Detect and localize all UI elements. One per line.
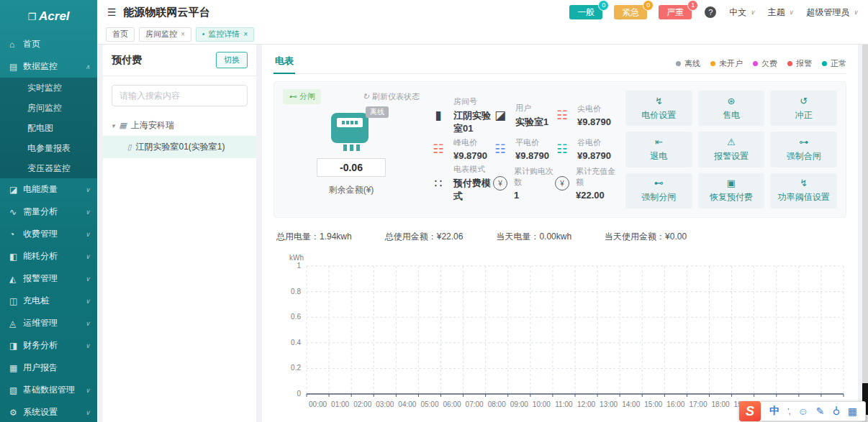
language-dropdown[interactable]: 中文 ∨	[729, 6, 755, 19]
sidebar-item-label: 运维管理	[23, 317, 85, 329]
sidebar-item-user-report[interactable]: ▦用户报告	[0, 357, 97, 379]
alarm-setting-icon: ⚠	[727, 137, 736, 147]
switch-open-tag[interactable]: ⊷ 分闸	[283, 89, 321, 104]
sidebar-item-charging-pile[interactable]: ◫充电桩∨	[0, 290, 97, 312]
sidebar-item-basic-data-management[interactable]: ▧基础数据管理∨	[0, 379, 97, 401]
sidebar: ❐ Acrel ⌂首页▤数据监控∧实时监控房间监控配电图电参量报表变压器监控◪电…	[0, 0, 97, 422]
force-open-switch-icon: ⊷	[654, 178, 664, 188]
tree-node-item[interactable]: ▯ 江阴实验室01(实验室1)	[103, 136, 256, 158]
sidebar-item-ops-management[interactable]: ◬运维管理∨	[0, 312, 97, 334]
theme-dropdown[interactable]: 主题 ∨	[768, 6, 794, 19]
refresh-meter-status[interactable]: ↻ 刷新仪表状态	[363, 91, 420, 102]
chevron-down-icon: ∨	[85, 409, 90, 416]
info-text: 电表模式预付费模式	[453, 164, 492, 203]
sidebar-subitem-room-monitoring[interactable]: 房间监控	[0, 98, 97, 118]
sidebar-item-home[interactable]: ⌂首页	[0, 33, 97, 55]
sidebar-item-label: 首页	[23, 38, 90, 50]
chevron-down-icon: ∨	[85, 186, 90, 193]
chevron-down-icon: ∨	[85, 387, 90, 394]
svg-text:0.8: 0.8	[291, 288, 301, 295]
svg-text:0.6: 0.6	[291, 313, 301, 321]
alarm-button-general[interactable]: 一般0	[569, 5, 602, 19]
sidebar-item-alarm-management[interactable]: ◭报警管理∨	[0, 267, 97, 290]
sidebar-item-fee-management[interactable]: ◔收费管理∨	[0, 223, 97, 245]
action-label: 恢复预付费	[710, 191, 753, 203]
ime-emoji-icon[interactable]: ☺	[797, 405, 808, 417]
search-input[interactable]	[112, 85, 248, 106]
chevron-down-icon: ∨	[789, 9, 794, 16]
sidebar-item-system-settings[interactable]: ⚙系统设置∨	[0, 401, 97, 422]
reversal-button[interactable]: ↺冲正	[770, 91, 837, 126]
svg-text:07:00: 07:00	[466, 400, 484, 408]
switch-button[interactable]: 切换	[216, 52, 248, 68]
sidebar-subitem-label: 电参量报表	[27, 142, 90, 155]
refund-power-button[interactable]: ⇤退电	[625, 132, 692, 167]
ime-pen-icon[interactable]: ✎	[816, 405, 825, 417]
collapse-menu-icon[interactable]: ☰	[107, 6, 117, 18]
breadcrumb-tab[interactable]: 首页	[106, 27, 135, 42]
breadcrumb-tab[interactable]: •监控详情×	[196, 27, 254, 42]
force-open-switch-button[interactable]: ⊷强制分闸	[625, 173, 692, 208]
breadcrumb-tab[interactable]: 房间监控×	[139, 27, 191, 42]
ime-mic-icon[interactable]: ⚲	[833, 405, 840, 417]
info-value: 江阴实验室01	[453, 109, 492, 135]
restore-prepaid-icon: ▣	[727, 178, 736, 188]
info-text: 累计购电次数1	[514, 166, 553, 201]
alarm-button-urgent[interactable]: 紧急0	[614, 5, 647, 19]
sidebar-subitem-electric-param-report[interactable]: 电参量报表	[0, 138, 97, 158]
coins-icon: ☷	[553, 142, 571, 157]
svg-text:16:00: 16:00	[666, 400, 684, 408]
info-value: 1	[514, 190, 553, 201]
sidebar-item-label: 能耗分析	[23, 250, 85, 262]
legend-label: 离线	[684, 58, 700, 69]
price-setting-button[interactable]: ↯电价设置	[625, 91, 692, 126]
power-threshold-setting-button[interactable]: ↯功率阈值设置	[770, 173, 837, 208]
alarm-count-badge: 1	[687, 0, 698, 11]
chevron-down-icon: ∨	[750, 9, 755, 16]
scrollbar-track[interactable]	[862, 45, 868, 422]
refund-power-icon: ⇤	[655, 137, 663, 147]
daily-usage-chart: 00.20.40.60.8100:0001:0002:0003:0004:000…	[273, 253, 849, 413]
alarm-setting-button[interactable]: ⚠报警设置	[698, 132, 765, 167]
sidebar-item-financial-analysis[interactable]: ◨财务分析∨	[0, 334, 97, 357]
svg-text:08:00: 08:00	[488, 400, 506, 408]
svg-text:13:00: 13:00	[600, 400, 618, 408]
sell-power-button[interactable]: ⊛售电	[698, 91, 765, 126]
content: 预付费 切换 ▾ ▦ 上海安科瑞 ▯ 江阴实验室01(实验室1) 电表 离线未开…	[97, 45, 868, 422]
sidebar-item-energy-analysis[interactable]: ◧能耗分析∨	[0, 245, 97, 267]
tree-root-item[interactable]: ▾ ▦ 上海安科瑞	[103, 115, 256, 136]
close-icon[interactable]: ×	[181, 30, 185, 38]
close-icon[interactable]: ×	[243, 30, 248, 38]
usage-stats: 总用电量：1.94kwh总使用金额：¥22.06当天电量：0.00kwh当天使用…	[276, 231, 844, 243]
sidebar-subitem-distribution-diagram[interactable]: 配电图	[0, 118, 97, 138]
chevron-down-icon: ∨	[85, 298, 90, 305]
chevron-down-icon: ∨	[85, 342, 90, 349]
svg-text:17:00: 17:00	[689, 400, 707, 408]
door-icon: ▮	[430, 108, 447, 123]
sidebar-item-label: 报警管理	[23, 272, 85, 285]
info-label: 峰电价	[453, 137, 487, 148]
sidebar-item-demand-analysis[interactable]: ∿需量分析∨	[0, 201, 97, 223]
svg-text:05:00: 05:00	[420, 400, 438, 408]
ime-punctuation-icon[interactable]: ’,	[787, 407, 790, 416]
alarm-button-critical[interactable]: 严重1	[659, 5, 692, 19]
coins-icon: ☷	[492, 142, 509, 157]
sidebar-subitem-transformer-monitoring[interactable]: 变压器监控	[0, 158, 97, 178]
ime-lang-icon[interactable]: 中	[769, 405, 779, 418]
meter-tabrow: 电表 离线未开户欠费报警正常	[273, 53, 846, 74]
sidebar-item-power-quality[interactable]: ◪电能质量∨	[0, 178, 97, 201]
sidebar-item-data-monitoring[interactable]: ▤数据监控∧	[0, 55, 97, 78]
force-close-switch-button[interactable]: ⊶强制合闸	[770, 132, 837, 167]
legend-item-欠费: 欠费	[753, 58, 777, 69]
grid-icon: ∷	[430, 176, 447, 191]
sogou-logo-icon[interactable]: S	[739, 401, 761, 421]
ime-keyboard-icon[interactable]: ▦	[848, 405, 857, 417]
sidebar-subitem-realtime-monitoring[interactable]: 实时监控	[0, 78, 97, 98]
svg-text:0: 0	[297, 390, 301, 398]
restore-prepaid-button[interactable]: ▣恢复预付费	[698, 173, 765, 208]
help-icon[interactable]: ?	[705, 6, 716, 18]
meter-card-left: ⊷ 分闸 ↻ 刷新仪表状态 离线 -0.06 剩余金额(¥)	[283, 89, 420, 210]
financial-analysis-icon: ◨	[9, 341, 23, 351]
tab-meter[interactable]: 电表	[273, 53, 295, 74]
user-dropdown[interactable]: 超级管理员 ∨	[806, 6, 858, 19]
